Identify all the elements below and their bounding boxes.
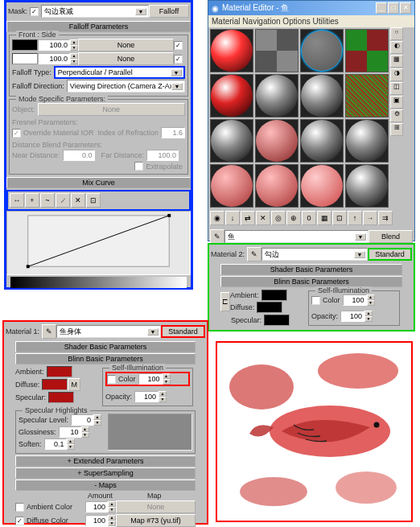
ambcolor-map-btn[interactable]: None [116,500,196,513]
supersampling-hdr[interactable]: + SuperSampling [15,467,196,479]
curve-tool-4[interactable]: ⟋ [56,193,70,208]
mat-slot[interactable] [210,74,253,117]
mix-curve-graph[interactable] [6,211,191,275]
curve-tool-1[interactable]: ↔ [10,193,24,208]
falloff-dir-dropdown[interactable]: Viewing Direction (Camera Z-Axis) [67,80,185,93]
color1-chk[interactable] [107,375,116,384]
menu-bar[interactable]: Material Navigation Options Utilities [208,15,414,27]
mat-slot[interactable] [255,119,299,163]
gloss-spinner[interactable]: ▲▼ [59,426,89,438]
nav-sib-icon[interactable]: ⇉ [378,211,393,225]
blend-type-button[interactable]: Blend [369,230,413,243]
chk2[interactable]: ✓ [174,55,183,64]
none-btn-2[interactable]: None [78,52,174,65]
put-mat-icon[interactable]: ↓ [225,211,240,225]
mat-slot[interactable] [255,29,299,72]
put-lib-icon[interactable]: ⊕ [286,211,301,225]
mat2-standard-btn[interactable]: Standard [368,248,412,261]
curve-tool-3[interactable]: ~ [40,193,55,208]
opac2-spinner[interactable]: ▲▼ [340,311,373,322]
spec1-swatch[interactable] [48,392,74,403]
val1-spinner[interactable]: ▲▼ [38,39,78,51]
lock-amb-icon[interactable]: ⊏ [220,292,230,311]
dif1-swatch[interactable] [42,379,68,390]
mat-slot[interactable] [345,164,389,208]
mask-dropdown[interactable]: 勾边衰减 [41,5,149,18]
tool-vid[interactable]: ▣ [390,96,403,109]
amb2-swatch[interactable] [261,290,287,301]
close-button[interactable]: ✕ [400,2,411,14]
color2-chk[interactable] [311,296,320,305]
object-none: None [38,103,185,116]
curve-tool-del[interactable]: ✕ [71,193,85,208]
opac1-spinner[interactable]: ▲▼ [134,391,167,402]
mat-slot[interactable] [210,119,253,163]
tool-sel[interactable]: ⊞ [390,123,403,136]
mat-slot[interactable] [345,119,389,163]
material-editor-titlebar[interactable]: ◉ Material Editor - 鱼 _ □ ✕ [208,1,414,15]
mat-slot[interactable] [210,29,253,72]
difcolor-chk[interactable]: ✓ [15,517,24,525]
mat-slot[interactable] [255,164,299,208]
tool-light[interactable]: ◑ [390,68,403,81]
curve-tool-6[interactable]: ⊡ [86,193,101,208]
mat1-standard-btn[interactable]: Standard [161,325,205,338]
soften-spinner[interactable]: ▲▼ [44,438,75,450]
dif2-swatch[interactable] [257,302,282,313]
nav-fwd-icon[interactable]: → [363,211,377,225]
pick-icon[interactable]: ✎ [210,229,224,244]
mat-slot[interactable] [345,29,389,72]
show2-icon[interactable]: ⊡ [332,211,347,225]
assign-icon[interactable]: ⇄ [241,211,255,225]
mat-slot[interactable] [210,164,253,208]
none-btn-1[interactable]: None [78,39,174,51]
color2-spinner[interactable]: ▲▼ [343,294,375,306]
mat1-name-field[interactable]: 鱼身体 [56,325,161,338]
difcolor-spinner[interactable]: ▲▼ [85,515,116,526]
ambcolor-chk[interactable] [15,503,24,512]
spec2-swatch[interactable] [264,315,290,326]
speclvl-spinner[interactable]: ▲▼ [71,414,101,426]
color1-spinner[interactable]: ▲▼ [138,373,171,385]
tool-chk[interactable]: ▦ [390,55,403,68]
mat-slot[interactable] [255,74,299,117]
mat-slot[interactable] [345,74,389,117]
diffuse-map-btn[interactable]: M [68,378,80,391]
tool-sample[interactable]: ○ [390,27,403,40]
val2-spinner[interactable]: ▲▼ [38,53,78,64]
falloff-type-dropdown[interactable]: Perpendicular / Parallel [54,66,185,79]
mat2-name-field[interactable]: 勾边 [261,248,368,261]
pick1-icon[interactable]: ✎ [42,324,56,339]
maps-hdr[interactable]: - Maps [15,480,196,491]
mat-slot[interactable] [300,119,344,163]
tool-bg[interactable]: ◫ [390,82,403,95]
show-icon[interactable]: ▦ [317,211,331,225]
chk1[interactable]: ✓ [174,41,183,50]
mat-slot[interactable] [300,29,344,72]
eff-icon[interactable]: 0 [302,211,316,225]
amb1-swatch[interactable] [47,366,72,377]
curve-tool-2[interactable]: + [25,193,39,208]
pick2-icon[interactable]: ✎ [247,247,261,261]
tool-opt[interactable]: ⚙ [390,109,403,122]
get-mat-icon[interactable]: ◉ [210,211,224,225]
difcolor-map-btn[interactable]: Map #73 (yu.tif) [116,514,196,527]
mask-check[interactable]: ✓ [30,7,39,16]
maximize-button[interactable]: □ [388,2,399,14]
mat-slot[interactable] [300,164,344,208]
mat-slot[interactable] [300,74,344,117]
reset-icon[interactable]: ✕ [256,211,270,225]
falloff-button[interactable]: Falloff [149,5,189,18]
make-icon[interactable]: ◎ [271,211,286,225]
minimize-button[interactable]: _ [376,2,387,14]
material-slot-grid[interactable] [208,27,390,209]
nav-up-icon[interactable]: ↑ [348,211,362,225]
mat-name-field[interactable]: 鱼 [224,230,369,243]
swatch1[interactable] [12,39,38,51]
swatch2[interactable] [12,53,38,64]
window-title: Material Editor - 鱼 [222,2,289,14]
ambcolor-spinner[interactable]: ▲▼ [85,501,116,513]
tool-back[interactable]: ◐ [390,41,403,54]
extended-hdr[interactable]: + Extended Parameters [15,455,196,467]
mat2-hdr-label: Material 2: [211,250,245,258]
